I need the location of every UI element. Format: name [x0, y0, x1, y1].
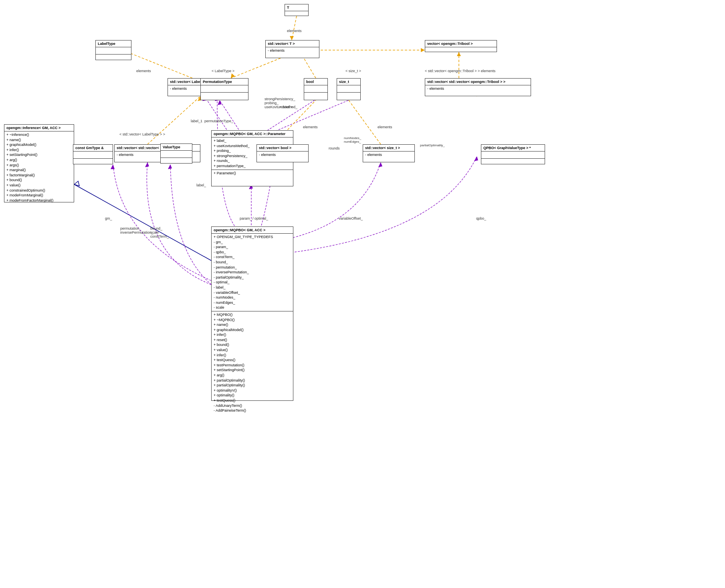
box-PermutationType: PermutationType — [200, 78, 248, 100]
label-variableOffset: variableOffset_ — [339, 216, 363, 220]
svg-marker-3 — [231, 73, 235, 78]
svg-marker-16 — [218, 100, 222, 105]
label-elements-T: elements — [287, 29, 302, 33]
label-gm: gm_ — [105, 216, 112, 220]
label-rounds: rounds — [329, 146, 340, 150]
svg-marker-7 — [457, 52, 461, 56]
label-std-vector-LabelType-arrow: < std::vector< LabelType > > — [119, 132, 165, 136]
diagram-container: T std::vector< T > - elements LabelType … — [0, 0, 725, 588]
box-QPBO-GraphValueType: QPBO< GraphValueType > * — [481, 144, 545, 164]
svg-line-8 — [304, 58, 316, 78]
label-bound-scale-constTerm: bound_ scale constTerm_ — [150, 226, 169, 238]
label-elements-bool: elements — [303, 125, 318, 129]
label-LabelType-arrow: < LabelType > — [212, 69, 234, 73]
svg-line-2 — [231, 58, 281, 78]
label-size-t-arrow: < size_t > — [345, 69, 361, 73]
svg-marker-24 — [145, 162, 149, 167]
box-bool: bool — [304, 78, 328, 100]
label-elements-LabelType: elements — [136, 69, 151, 73]
svg-marker-31 — [474, 156, 478, 161]
label-permutation-inversePermutation: permutation_ inversePermutation_ — [120, 226, 153, 234]
box-opengm-Inference: opengm::Inference< GM, ACC > + ~Inferenc… — [4, 124, 74, 202]
box-std-vector-size-t: std::vector< size_t > - elements — [363, 144, 415, 162]
box-vector-Tribool: vector< opengm::Tribool > — [425, 40, 497, 52]
svg-line-15 — [220, 100, 240, 132]
label-permutationType: permutationType_ — [204, 119, 233, 123]
label-label-main: label_ — [196, 183, 206, 187]
box-LabelType: LabelType — [95, 40, 131, 60]
svg-marker-5 — [421, 48, 425, 52]
label-Tribool-arrow: < std::vector< opengm::Tribool > > eleme… — [425, 69, 495, 73]
label-optimal: / optimal_ — [252, 216, 268, 220]
box-std-vector-std-vector-Tribool: std::vector< std::vector< opengm::Triboo… — [425, 78, 531, 96]
label-numNodes-numEdges: numNodes_numEdges_ — [344, 136, 361, 143]
box-MQPBO-main: opengm::MQPBO< GM, ACC > + OPENGM_GM_TYP… — [211, 226, 293, 401]
box-size-t: size_t — [337, 78, 361, 100]
box-std-vector-T: std::vector< T > - elements — [265, 40, 319, 58]
svg-marker-22 — [74, 181, 79, 186]
label-strongPersistency: strongPersistency_ probing_ useKovtunsMe… — [265, 97, 297, 109]
box-T: T — [285, 4, 309, 16]
label-elements-size-t: elements — [378, 125, 392, 129]
box-const-GmType: const GmType & — [73, 144, 113, 164]
label-label1: label_1 — [191, 119, 202, 123]
box-std-vector-bool: std::vector< bool > - elements — [256, 144, 309, 162]
svg-line-0 — [292, 16, 297, 40]
label-partialOptimality: partialOptimality_ — [420, 143, 445, 147]
label-param: param_ — [240, 216, 252, 220]
svg-marker-1 — [290, 36, 294, 40]
label-qpbo: qpbo_ — [476, 216, 486, 220]
svg-line-21 — [74, 184, 211, 261]
svg-line-17 — [127, 52, 192, 78]
svg-line-9 — [204, 96, 228, 132]
arrows-svg — [0, 0, 725, 588]
box-ValueType: ValueType — [160, 143, 192, 164]
svg-marker-30 — [378, 162, 382, 167]
